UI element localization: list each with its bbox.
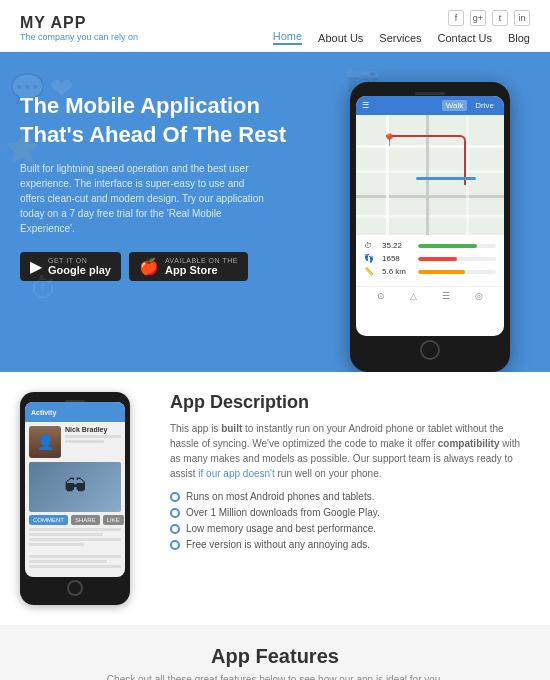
desc-phone-screen: Activity 👤 Nick Bradley 🕶 [25, 402, 125, 577]
facebook-icon[interactable]: f [448, 10, 464, 26]
stat-bar-fill-2 [418, 257, 457, 261]
phone-bottom-nav: ⊙ △ ☰ ◎ [356, 286, 504, 305]
apple-icon: 🍎 [139, 257, 159, 276]
hero-buttons: ▶ GET IT ON Google play 🍎 AVAILABLE ON T… [20, 252, 330, 281]
bullet-2 [170, 508, 180, 518]
desc-text-lines [29, 528, 121, 546]
nav-contact[interactable]: Contact Us [438, 32, 492, 44]
logo-subtitle: The company you can rely on [20, 32, 138, 42]
text-line-1 [29, 528, 121, 531]
desc-text-area: App Description This app is built to ins… [170, 392, 530, 555]
desc-phone-home-button[interactable] [67, 580, 83, 596]
stat-val-1: 35.22 [382, 241, 412, 250]
stat-bar-bg-3 [418, 270, 496, 274]
app-store-button[interactable]: 🍎 AVAILABLE ON THE App Store [129, 252, 248, 281]
logo: MY APP The company you can rely on [20, 14, 138, 42]
header: MY APP The company you can rely on f g+ … [0, 0, 550, 52]
bullet-4 [170, 540, 180, 550]
profile-name: Nick Bradley [65, 426, 121, 433]
desc-phone-topbar: Activity [25, 402, 125, 422]
app-features-section: App Features Check out all these great f… [0, 625, 550, 680]
hero-section: 💬 ⭐ 🎵 📷 ✉ 🏀 📞 ❤ ⏱ The Mobile Application… [0, 52, 550, 372]
stat-val-2: 1658 [382, 254, 412, 263]
nav: Home About Us Services Contact Us Blog [273, 30, 530, 45]
avatar: 👤 [29, 426, 61, 458]
desc-action-row: COMMENT SHARE LIKE [29, 515, 121, 525]
features-subtitle: Check out all these great features below… [20, 674, 530, 680]
google-play-button[interactable]: ▶ GET IT ON Google play [20, 252, 121, 281]
bullet-3 [170, 524, 180, 534]
desc-like-btn[interactable]: LIKE [103, 515, 124, 525]
feature-item-2: Over 1 Million downloads from Google Pla… [170, 507, 530, 518]
bullet-1 [170, 492, 180, 502]
text-line-2 [29, 533, 103, 536]
header-right: f g+ t in Home About Us Services Contact… [273, 10, 530, 45]
steps-icon: 👣 [364, 254, 376, 263]
feature-item-3: Low memory usage and best performance. [170, 523, 530, 534]
distance-icon: 📏 [364, 267, 376, 276]
bottom-nav-1[interactable]: ⊙ [377, 291, 385, 301]
feature-item-4: Free version is without any annoying ads… [170, 539, 530, 550]
tab-walk[interactable]: Walk [442, 100, 467, 111]
google-play-icon: ▶ [30, 257, 42, 276]
google-play-text: GET IT ON Google play [48, 257, 111, 276]
bottom-nav-3[interactable]: ☰ [442, 291, 450, 301]
phone-home-button[interactable] [420, 340, 440, 360]
person-silhouette: 🕶 [64, 474, 86, 500]
nav-blog[interactable]: Blog [508, 32, 530, 44]
stat-bar-fill-1 [418, 244, 477, 248]
profile-line-1 [65, 435, 121, 438]
desc-phone-header-text: Activity [31, 409, 56, 416]
stat-bar-bg-2 [418, 257, 496, 261]
stat-row-3: 📏 5.6 km [364, 267, 496, 276]
bottom-nav-4[interactable]: ◎ [475, 291, 483, 301]
nav-about[interactable]: About Us [318, 32, 363, 44]
desc-phone-content: 👤 Nick Bradley 🕶 COMMENT SHARE [25, 422, 125, 577]
stat-row-2: 👣 1658 [364, 254, 496, 263]
phone-stats: ⏱ 35.22 👣 1658 📏 [356, 235, 504, 286]
stat-bar-bg-1 [418, 244, 496, 248]
desc-link[interactable]: if our app doesn't [198, 468, 274, 479]
text-line-4 [29, 543, 84, 546]
pace-icon: ⏱ [364, 241, 376, 250]
phone-map: 📍 [356, 115, 504, 235]
hero-phone: ☰ Walk Drive [330, 82, 530, 372]
desc-body: This app is built to instantly run on yo… [170, 421, 530, 481]
text-line-5 [29, 555, 121, 558]
profile-line-2 [65, 440, 104, 443]
stat-row-1: ⏱ 35.22 [364, 241, 496, 250]
features-title: App Features [20, 645, 530, 668]
desc-phone: Activity 👤 Nick Bradley 🕶 [20, 392, 150, 605]
profile-info: Nick Bradley [65, 426, 121, 458]
map-header: ☰ Walk Drive [356, 96, 504, 115]
feature-item-1: Runs on most Android phones and tablets. [170, 491, 530, 502]
stat-bar-fill-3 [418, 270, 465, 274]
feature-list: Runs on most Android phones and tablets.… [170, 491, 530, 550]
phone-speaker [415, 92, 445, 95]
bottom-nav-2[interactable]: △ [410, 291, 417, 301]
profile-area: 👤 Nick Bradley [29, 426, 121, 458]
social-icons: f g+ t in [448, 10, 530, 26]
avatar-image: 👤 [29, 426, 61, 458]
text-line-6 [29, 560, 107, 563]
logo-title: MY APP [20, 14, 138, 32]
desc-comment-btn[interactable]: COMMENT [29, 515, 68, 525]
nav-services[interactable]: Services [379, 32, 421, 44]
text-line-7 [29, 565, 121, 568]
text-line-3 [29, 538, 121, 541]
app-description-section: Activity 👤 Nick Bradley 🕶 [0, 372, 550, 625]
googleplus-icon[interactable]: g+ [470, 10, 486, 26]
hamburger-icon: ☰ [362, 101, 369, 110]
map-tabs: Walk Drive [442, 100, 498, 111]
linkedin-icon[interactable]: in [514, 10, 530, 26]
desc-title: App Description [170, 392, 530, 413]
nav-home[interactable]: Home [273, 30, 302, 45]
desc-phone-image: 🕶 [29, 462, 121, 512]
desc-share-btn[interactable]: SHARE [71, 515, 100, 525]
stat-val-3: 5.6 km [382, 267, 412, 276]
phone-outer: ☰ Walk Drive [350, 82, 510, 372]
phone-screen: ☰ Walk Drive [356, 96, 504, 336]
twitter-icon[interactable]: t [492, 10, 508, 26]
tab-drive[interactable]: Drive [471, 100, 498, 111]
desc-phone-outer: Activity 👤 Nick Bradley 🕶 [20, 392, 130, 605]
